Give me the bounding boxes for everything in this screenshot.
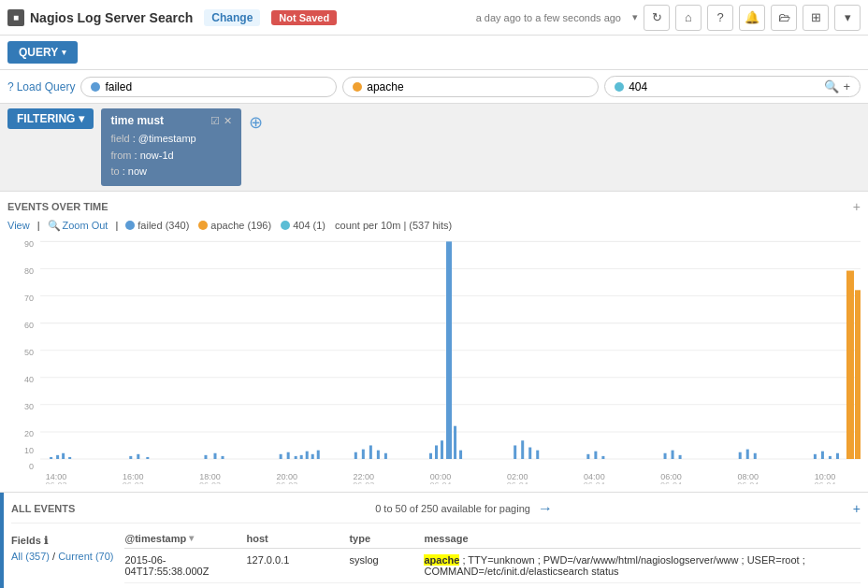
svg-rect-52	[594, 451, 597, 458]
app-logo-icon: ■	[7, 9, 24, 26]
search-input-failed[interactable]	[105, 80, 326, 93]
chart-container: 90 80 70 60 50 40 30 20 10 0	[7, 232, 861, 484]
legend-label-apache: apache (196)	[210, 220, 271, 231]
svg-rect-26	[204, 455, 207, 459]
legend-dot-failed	[125, 221, 135, 230]
dropdown-arrow-icon: ▾	[632, 11, 638, 23]
search-input-apache[interactable]	[367, 80, 588, 93]
chart-sep: |	[37, 220, 40, 231]
svg-text:06-04: 06-04	[737, 480, 759, 484]
col-host[interactable]: host	[246, 533, 349, 544]
query-button[interactable]: QUERY ▾	[7, 41, 78, 64]
svg-text:06-04: 06-04	[814, 480, 835, 484]
col-type-label: type	[349, 533, 370, 544]
paging-next-arrow[interactable]: →	[538, 500, 553, 517]
svg-text:90: 90	[24, 238, 34, 248]
fields-all-text: All (357)	[11, 551, 50, 562]
search-bar: ? Load Query 🔍 +	[0, 70, 868, 104]
home-button[interactable]: ⌂	[675, 5, 702, 31]
svg-rect-39	[377, 450, 380, 458]
search-pill-failed[interactable]	[80, 77, 337, 97]
load-query-icon: ?	[7, 80, 14, 93]
search-input-404[interactable]	[629, 80, 819, 93]
svg-rect-56	[679, 455, 682, 459]
change-link[interactable]: Change	[204, 9, 260, 26]
table-header: @timestamp ▾ host type message	[124, 529, 861, 549]
svg-rect-42	[435, 445, 438, 459]
fields-label: Fields ℹ	[11, 535, 113, 547]
sort-icon-timestamp: ▾	[189, 533, 194, 543]
legend-failed: failed (340)	[125, 220, 189, 231]
legend-dot-404	[281, 221, 290, 230]
svg-rect-19	[50, 457, 52, 459]
top-bar-right: a day ago to a few seconds ago ▾ ↻ ⌂ ? 🔔…	[476, 5, 861, 31]
svg-rect-51	[586, 454, 589, 459]
filtering-button[interactable]: FILTERING ▾	[7, 108, 94, 129]
chart-expand-icon[interactable]: +	[853, 199, 861, 214]
filter-card-title: time must	[110, 114, 164, 127]
svg-rect-20	[56, 455, 59, 459]
search-button[interactable]: 🔍	[824, 79, 839, 93]
chart-svg: 90 80 70 60 50 40 30 20 10 0	[7, 232, 861, 484]
svg-rect-32	[300, 455, 303, 459]
query-btn-arrow: ▾	[62, 48, 66, 57]
svg-rect-46	[459, 450, 462, 458]
zoom-out-button[interactable]: 🔍 Zoom Out	[48, 220, 108, 232]
add-search-button[interactable]: +	[843, 79, 850, 93]
events-table: Fields ℹ All (357) / Current (70) @times	[11, 529, 861, 583]
filter-to-value: now	[128, 165, 147, 177]
col-message[interactable]: message	[424, 533, 861, 544]
filter-check-icon[interactable]: ☑	[210, 115, 220, 127]
message-after: ; TTY=unknown ; PWD=/var/www/html/nagios…	[424, 554, 804, 577]
grid-button[interactable]: ⊞	[803, 5, 829, 31]
svg-rect-38	[369, 445, 372, 459]
svg-rect-43	[441, 440, 443, 459]
events-expand-icon[interactable]: +	[853, 501, 861, 516]
legend-404: 404 (1)	[281, 220, 326, 231]
events-header: ALL EVENTS 0 to 50 of 250 available for …	[11, 500, 861, 523]
svg-text:06-03: 06-03	[123, 480, 144, 484]
svg-rect-33	[306, 451, 309, 458]
col-type[interactable]: type	[349, 533, 424, 544]
app-title: Nagios Log Server Search	[30, 10, 193, 25]
svg-rect-65	[855, 290, 861, 459]
svg-rect-44	[446, 241, 452, 459]
svg-text:60: 60	[24, 320, 34, 329]
svg-text:06-03: 06-03	[199, 480, 221, 484]
top-bar: ■ Nagios Log Server Search Change Not Sa…	[0, 0, 868, 36]
zoom-icon: 🔍	[48, 220, 61, 232]
filter-card-time: time must ☑ ✕ field : @timestamp from : …	[101, 108, 241, 186]
events-table-layout: Fields ℹ All (357) / Current (70) @times	[11, 529, 861, 583]
chart-section: EVENTS OVER TIME + View | 🔍 Zoom Out | f…	[0, 192, 868, 493]
filter-close-icon[interactable]: ✕	[224, 115, 232, 127]
svg-text:06-04: 06-04	[507, 480, 528, 484]
filter-field-value: @timestamp	[138, 133, 196, 144]
search-pill-apache[interactable]	[342, 77, 599, 97]
filter-card-icons: ☑ ✕	[210, 115, 232, 127]
svg-text:06-04: 06-04	[429, 480, 451, 484]
more-button[interactable]: ▾	[834, 5, 861, 31]
count-label: count per 10m | (537 hits)	[335, 220, 452, 231]
filtering-label: FILTERING	[17, 112, 75, 125]
svg-rect-30	[287, 452, 290, 459]
folder-button[interactable]: 🗁	[771, 5, 797, 31]
filtering-arrow: ▾	[79, 112, 84, 125]
svg-rect-28	[222, 456, 224, 459]
cell-message: apache ; TTY=unknown ; PWD=/var/www/html…	[424, 554, 861, 577]
fields-all-link[interactable]: All (357) / Current (70)	[11, 551, 113, 562]
app-logo: ■ Nagios Log Server Search Change Not Sa…	[7, 9, 476, 26]
svg-rect-29	[280, 454, 282, 459]
svg-rect-62	[829, 456, 832, 459]
load-query-button[interactable]: ? Load Query	[7, 80, 75, 93]
search-pill-404[interactable]: 🔍 +	[604, 76, 861, 97]
view-link[interactable]: View	[7, 220, 30, 231]
cell-host: 127.0.0.1	[246, 554, 349, 577]
svg-rect-50	[536, 450, 539, 458]
refresh-button[interactable]: ↻	[644, 5, 670, 31]
search-icons: 🔍 +	[824, 79, 850, 93]
help-button[interactable]: ?	[707, 5, 733, 31]
col-timestamp[interactable]: @timestamp ▾	[124, 533, 246, 544]
events-section: ALL EVENTS 0 to 50 of 250 available for …	[0, 493, 868, 588]
add-filter-icon[interactable]: ⊕	[249, 112, 263, 133]
bell-button[interactable]: 🔔	[739, 5, 765, 31]
